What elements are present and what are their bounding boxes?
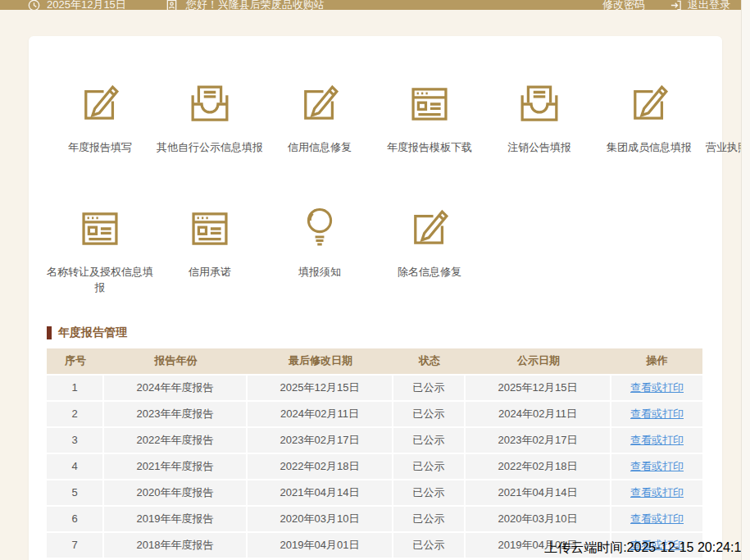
tile-removal-repair[interactable]: 除名信息修复 — [375, 205, 484, 296]
scrollbar[interactable] — [741, 0, 750, 560]
cell-year: 2019年年度报告 — [104, 507, 248, 531]
cell-published: 2022年02月18日 — [466, 454, 611, 479]
tile-other-public-info[interactable]: 其他自行公示信息填报 — [155, 80, 265, 156]
cell-modified: 2023年02月17日 — [248, 428, 393, 453]
cell-published: 2023年02月17日 — [466, 428, 611, 453]
inbox-icon — [186, 80, 234, 128]
browser-icon — [406, 80, 453, 128]
tile-label: 注销公告填报 — [484, 140, 594, 156]
cell-modified: 2025年12月15日 — [248, 376, 393, 400]
cell-published: 2025年12月15日 — [466, 376, 611, 400]
main-panel: 年度报告填写 其他自行公示信息填报 信用信息修复 年度报告模板下载 注销公告填报… — [29, 36, 722, 560]
cell-status: 已公示 — [393, 454, 466, 479]
view-print-link[interactable]: 查看或打印 — [630, 407, 684, 421]
edit-icon — [76, 80, 124, 128]
col-header-year: 报告年份 — [104, 353, 248, 368]
tile-label: 信用信息修复 — [265, 140, 375, 156]
col-header-action: 操作 — [611, 353, 702, 368]
browser-icon — [76, 205, 124, 253]
browser-icon — [186, 205, 234, 253]
cell-index: 7 — [47, 533, 104, 558]
cell-index: 5 — [47, 480, 104, 505]
cell-status: 已公示 — [393, 480, 466, 505]
cell-published: 2021年04月14日 — [466, 480, 611, 505]
table-row: 5 2020年年度报告 2021年04月14日 已公示 2021年04月14日 … — [47, 479, 702, 505]
table-row: 1 2024年年度报告 2025年12月15日 已公示 2025年12月15日 … — [47, 374, 702, 400]
view-print-link[interactable]: 查看或打印 — [630, 433, 684, 448]
col-header-modified: 最后修改日期 — [248, 353, 393, 368]
cell-modified: 2024年02月11日 — [248, 402, 393, 426]
cell-year: 2018年年度报告 — [104, 533, 248, 558]
cell-year: 2022年年度报告 — [104, 428, 248, 453]
cell-status: 已公示 — [393, 533, 466, 558]
cell-index: 3 — [47, 428, 104, 453]
cell-index: 4 — [47, 454, 104, 479]
logout-button[interactable]: 退出登录 — [688, 0, 730, 10]
change-password-button[interactable]: 修改密码 — [602, 0, 645, 10]
tile-label: 信用承诺 — [155, 265, 265, 280]
tile-group-member-info[interactable]: 集团成员信息填报 — [594, 80, 704, 156]
table-row: 3 2022年年度报告 2023年02月17日 已公示 2023年02月17日 … — [47, 426, 702, 453]
table-row: 6 2019年年度报告 2020年03月10日 已公示 2020年03月10日 … — [47, 505, 702, 531]
annual-report-table: 序号 报告年份 最后修改日期 状态 公示日期 操作 1 2024年年度报告 20… — [47, 348, 702, 558]
col-header-status: 状态 — [393, 353, 466, 368]
current-date: 2025年12月15日 — [47, 0, 126, 10]
col-header-published: 公示日期 — [466, 353, 611, 368]
cell-modified: 2019年04月01日 — [248, 533, 393, 558]
edit-icon — [406, 205, 453, 253]
cell-index: 6 — [47, 507, 104, 531]
function-tile-grid: 年度报告填写 其他自行公示信息填报 信用信息修复 年度报告模板下载 注销公告填报… — [29, 36, 722, 296]
section-annual-report-management: 年度报告管理 — [47, 326, 722, 340]
cell-year: 2023年年度报告 — [104, 402, 248, 426]
cell-index: 2 — [47, 402, 104, 426]
view-print-link[interactable]: 查看或打印 — [630, 512, 684, 526]
tile-label: 年度报告模板下载 — [375, 140, 484, 156]
clock-icon — [28, 0, 40, 10]
tile-label: 填报须知 — [265, 265, 375, 280]
table-header-row: 序号 报告年份 最后修改日期 状态 公示日期 操作 — [47, 348, 702, 374]
tile-label: 其他自行公示信息填报 — [155, 140, 265, 156]
tile-label: 除名信息修复 — [375, 265, 484, 280]
table-row: 4 2021年年度报告 2022年02月18日 已公示 2022年02月18日 … — [47, 453, 702, 479]
tile-filing-notice[interactable]: 填报须知 — [265, 205, 375, 296]
cell-year: 2024年年度报告 — [104, 376, 248, 400]
inbox-icon — [516, 80, 563, 128]
tile-label: 集团成员信息填报 — [594, 140, 704, 156]
table-row: 2 2023年年度报告 2024年02月11日 已公示 2024年02月11日 … — [47, 400, 702, 426]
greeting-text: 您好！兴隆县后荣废品收购站 — [186, 0, 325, 10]
edit-icon — [625, 80, 673, 128]
cell-status: 已公示 — [393, 376, 466, 400]
cell-published: 2024年02月11日 — [466, 402, 611, 426]
tile-name-transfer-auth[interactable]: 名称转让及授权信息填报 — [45, 205, 155, 296]
cell-status: 已公示 — [393, 507, 466, 531]
cell-modified: 2021年04月14日 — [248, 480, 393, 505]
topbar: 2025年12月15日 您好！兴隆县后荣废品收购站 修改密码 退出登录 — [0, 0, 742, 10]
user-icon — [166, 0, 178, 10]
tile-credit-commitment[interactable]: 信用承诺 — [155, 205, 265, 296]
view-print-link[interactable]: 查看或打印 — [630, 380, 684, 395]
cell-modified: 2022年02月18日 — [248, 454, 393, 479]
tile-template-download[interactable]: 年度报告模板下载 — [375, 80, 484, 156]
view-print-link[interactable]: 查看或打印 — [630, 459, 684, 474]
tile-credit-repair[interactable]: 信用信息修复 — [265, 80, 375, 156]
tile-cancellation-notice[interactable]: 注销公告填报 — [484, 80, 594, 156]
cell-status: 已公示 — [393, 402, 466, 426]
cell-status: 已公示 — [393, 428, 466, 453]
tile-label: 名称转让及授权信息填报 — [45, 265, 155, 296]
cell-index: 1 — [47, 376, 104, 400]
section-marker — [47, 326, 52, 339]
cell-published: 2020年03月10日 — [466, 507, 611, 531]
logout-icon — [670, 0, 682, 10]
upload-time-watermark: 上传云端时间:2025-12-15 20:24:11 — [544, 540, 748, 557]
cell-year: 2021年年度报告 — [104, 454, 248, 479]
col-header-index: 序号 — [47, 353, 104, 368]
cell-year: 2020年年度报告 — [104, 480, 248, 505]
edit-icon — [296, 80, 343, 128]
tile-annual-report-fill[interactable]: 年度报告填写 — [45, 80, 155, 156]
cell-modified: 2020年03月10日 — [248, 507, 393, 531]
lightbulb-icon — [296, 205, 343, 253]
section-title: 年度报告管理 — [58, 326, 127, 340]
view-print-link[interactable]: 查看或打印 — [630, 485, 684, 500]
tile-label: 年度报告填写 — [45, 140, 155, 156]
